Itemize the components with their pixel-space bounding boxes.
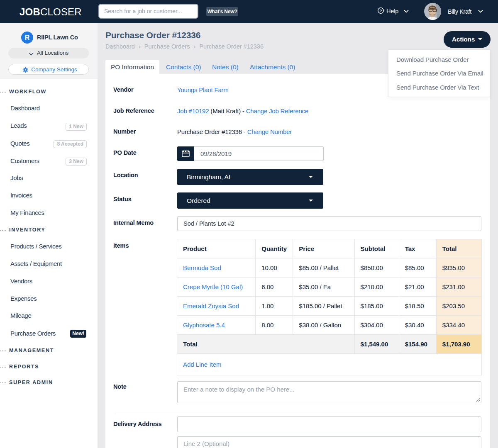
- svg-text:?: ?: [380, 8, 382, 13]
